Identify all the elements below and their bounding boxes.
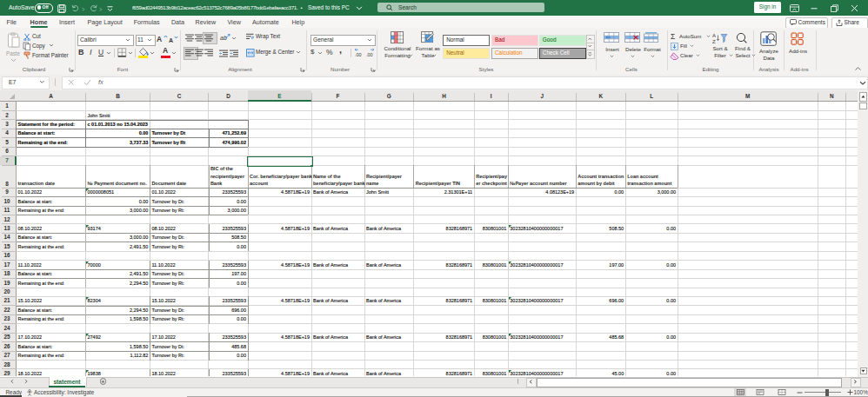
svg-text:.00: .00 (355, 52, 362, 57)
svg-text:Z: Z (712, 39, 716, 44)
svg-text:A: A (712, 33, 716, 38)
svg-text:.00: .00 (366, 52, 373, 57)
